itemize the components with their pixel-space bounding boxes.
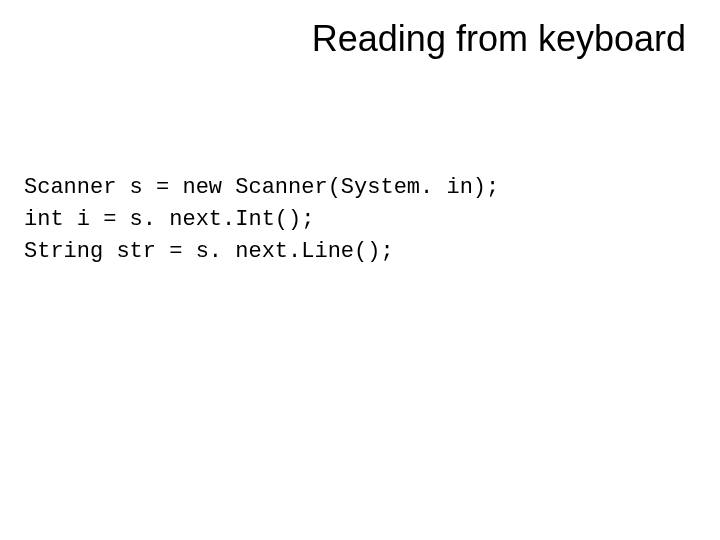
slide-title: Reading from keyboard xyxy=(312,18,686,60)
code-line-2: int i = s. next.Int(); xyxy=(24,207,314,232)
code-line-3: String str = s. next.Line(); xyxy=(24,239,394,264)
code-block: Scanner s = new Scanner(System. in); int… xyxy=(24,140,499,268)
code-line-1: Scanner s = new Scanner(System. in); xyxy=(24,175,499,200)
